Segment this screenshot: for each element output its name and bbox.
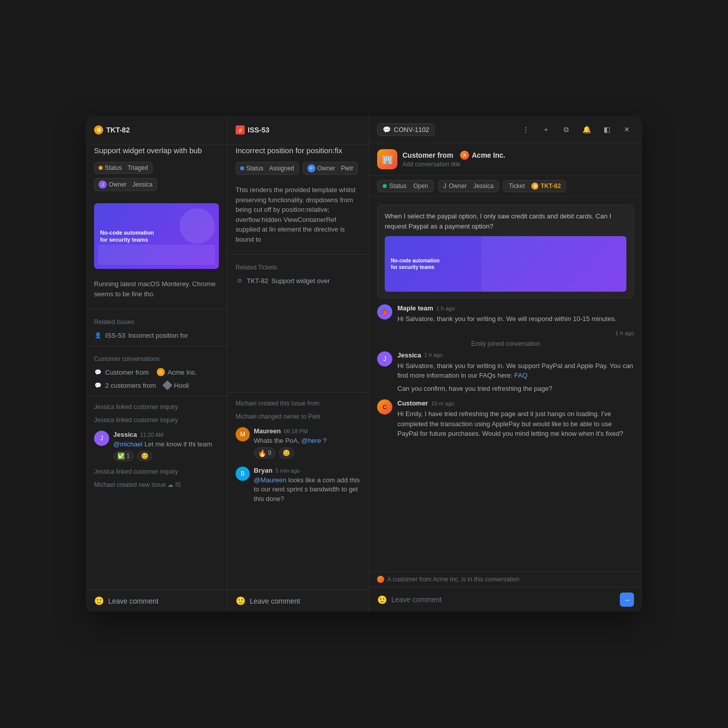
msg-screenshot-text: No-code automation for security teams bbox=[391, 257, 441, 270]
owner-label-tkt82: Owner bbox=[109, 181, 126, 188]
related-issue-text: Incorrect position for bbox=[128, 332, 188, 339]
maureen-time: 06:18 PM bbox=[284, 428, 307, 434]
customer-reply-name: Customer bbox=[397, 399, 428, 407]
bell-icon[interactable]: 🔔 bbox=[579, 122, 594, 136]
ticket-id-iss53: ISS-53 bbox=[248, 126, 269, 134]
conv-ticket-ref: ⚙ TKT-82 bbox=[531, 183, 561, 190]
ticket1-body: Running latest macOS Monterey. Chrome se… bbox=[86, 275, 227, 305]
divider-t2-1 bbox=[228, 254, 369, 255]
t2-activity2: Michael changed owner to Pietr bbox=[228, 410, 369, 423]
comment-bryan: B Bryan 5 min ago @Maureen looks like a … bbox=[228, 463, 369, 508]
ticket1-leave-comment[interactable]: 🙂 Leave comment bbox=[86, 589, 227, 612]
status-value-tkt82: Triaged bbox=[127, 164, 148, 171]
conv2-company: Hooli bbox=[174, 382, 189, 389]
emoji-icon-t1[interactable]: 🙂 bbox=[94, 596, 104, 606]
maureen-text: Whats the PoA, @here ? bbox=[254, 436, 327, 445]
open-dot bbox=[383, 184, 387, 188]
conv-leave-comment[interactable]: 🙂 Leave comment → bbox=[369, 587, 642, 612]
ticket-ref-icon: ⚙ bbox=[531, 183, 538, 190]
owner-avatar-tkt82: J bbox=[99, 180, 107, 189]
maureen-reaction-add[interactable]: 😊 bbox=[279, 447, 294, 459]
ticket2-content: This renders the provided template whils… bbox=[228, 181, 369, 589]
conv-title-placeholder[interactable]: Add conversation title bbox=[402, 161, 505, 168]
comment-content: Let me know if thi team bbox=[145, 440, 212, 448]
maureen-avatar: M bbox=[236, 427, 250, 441]
leave-comment-input-t1[interactable]: Leave comment bbox=[108, 597, 219, 605]
owner-label-iss53: Owner bbox=[317, 165, 335, 172]
panel-icon[interactable]: ◧ bbox=[600, 122, 614, 136]
conv-icon: 💬 bbox=[383, 126, 391, 133]
customer-reply-msg: C Customer 10 m ago Hi Emily, I have tri… bbox=[377, 399, 634, 439]
jessica-msg-text2: Can you confirm, have you tried refreshi… bbox=[397, 384, 634, 394]
team-avatar: 🍁 bbox=[377, 304, 392, 320]
comment-time: 11:20 AM bbox=[140, 432, 163, 438]
divider2 bbox=[86, 346, 227, 346]
notice-text: A customer from Acme Inc. is in this con… bbox=[387, 576, 519, 583]
send-button[interactable]: → bbox=[620, 593, 634, 607]
activity2: Jessica linked customer inquiry bbox=[86, 414, 227, 427]
screenshot-deco bbox=[179, 208, 215, 244]
comment-text: @michael Let me know if thi team bbox=[113, 440, 212, 449]
ticket-id-tkt82: TKT-82 bbox=[106, 126, 130, 134]
jessica-msg-avatar: J bbox=[377, 351, 392, 367]
emoji-icon-conv[interactable]: 🙂 bbox=[377, 595, 387, 605]
conv-company: Customer from A Acme Inc. bbox=[402, 151, 505, 160]
related-issue-item[interactable]: 👤 ISS-53 Incorrect position for bbox=[86, 329, 227, 342]
conv-ticket-id: TKT-82 bbox=[540, 183, 561, 190]
mention-michael: @michael bbox=[113, 440, 143, 448]
copy-icon[interactable]: ⧉ bbox=[559, 122, 573, 136]
maureen-reaction[interactable]: 🔥 9 bbox=[254, 447, 276, 459]
conv-ticket-badge[interactable]: Ticket ⚙ TKT-82 bbox=[503, 180, 566, 192]
jessica-msg-name: Jessica bbox=[397, 351, 421, 359]
leave-comment-input-t2[interactable]: Leave comment bbox=[250, 597, 360, 605]
conv1-item[interactable]: 💬 Customer from A Acme Inc. bbox=[86, 366, 227, 379]
issue-icon: 👤 bbox=[94, 331, 102, 339]
conv-owner-badge[interactable]: J Owner Jessica bbox=[438, 180, 499, 192]
team-msg-time: 1 h ago bbox=[436, 305, 455, 311]
jessica-msg: J Jessica 1 h ago Hi Salvatore, thank yo… bbox=[377, 351, 634, 394]
conv2-text: 2 customers from bbox=[105, 382, 156, 389]
conv-leave-comment-text[interactable]: Leave comment bbox=[391, 596, 616, 604]
ticket-title-tkt82: Support widget overlap with bub bbox=[86, 145, 227, 162]
add-icon[interactable]: + bbox=[539, 122, 553, 136]
conv-status-badge[interactable]: Status Open bbox=[377, 180, 434, 192]
activity4: Michael created new Issue ☁ IS bbox=[86, 478, 227, 491]
emoji-icon-t2[interactable]: 🙂 bbox=[236, 596, 246, 606]
fire-emoji: 🔥 bbox=[258, 449, 266, 457]
status-label-tkt82: Status bbox=[105, 164, 122, 171]
comment-jessica: J Jessica 11:20 AM @michael Let me know … bbox=[86, 427, 227, 465]
company-name: Acme Inc. bbox=[472, 151, 505, 159]
bryan-name: Bryan bbox=[254, 467, 272, 474]
customer-reply-avatar: C bbox=[377, 399, 392, 415]
ticket2-leave-comment[interactable]: 🙂 Leave comment bbox=[228, 589, 369, 612]
conv-badges: Status Open J Owner Jessica Ticket ⚙ TKT… bbox=[369, 176, 642, 197]
jessica-msg-time: 1 h ago bbox=[424, 352, 443, 358]
conv-owner-avatar: J bbox=[443, 183, 446, 190]
team-msg: 🍁 Maple team 1 h ago Hi Salvatore, thank… bbox=[377, 304, 634, 324]
comment-maureen: M Maureen 06:18 PM Whats the PoA, @here … bbox=[228, 423, 369, 463]
jessica-msg-text1: Hi Salvatore, thank you for writing in. … bbox=[397, 361, 634, 381]
conv-header: 💬 CONV-1102 ⋮ + ⧉ 🔔 ◧ ✕ bbox=[369, 116, 642, 143]
system-msg: Emily joined conversation bbox=[377, 340, 634, 347]
maureen-react-add-icon: 😊 bbox=[283, 449, 290, 457]
related-tickets-label: Related Tickets bbox=[228, 259, 369, 274]
reaction-add[interactable]: 😊 bbox=[137, 451, 153, 461]
screenshot-ui bbox=[98, 245, 215, 265]
status-value-iss53: Assigned bbox=[269, 165, 294, 172]
divider1 bbox=[86, 309, 227, 309]
conv2-item[interactable]: 💬 2 customers from Hooli bbox=[86, 379, 227, 392]
related-ticket-item[interactable]: ⚙ TKT-82 Support widget over bbox=[228, 274, 369, 287]
faq-link[interactable]: FAQ bbox=[514, 372, 527, 379]
close-icon[interactable]: ✕ bbox=[620, 122, 634, 136]
reaction-checkmark[interactable]: ✅ 1 bbox=[113, 451, 134, 461]
ticket-icon-tkt82: ⚙ bbox=[94, 125, 103, 134]
divider3 bbox=[86, 396, 227, 396]
acme-badge: A bbox=[460, 151, 469, 160]
more-icon[interactable]: ⋮ bbox=[519, 122, 533, 136]
reaction-add-icon: 😊 bbox=[141, 452, 149, 460]
comment-body: Jessica 11:20 AM @michael Let me know if… bbox=[113, 431, 212, 461]
conv-id-badge[interactable]: 💬 CONV-1102 bbox=[377, 123, 435, 136]
reaction-emoji: ✅ bbox=[117, 452, 125, 460]
related-ticket-text: Support widget over bbox=[271, 277, 330, 285]
bryan-time: 5 min ago bbox=[276, 468, 300, 474]
